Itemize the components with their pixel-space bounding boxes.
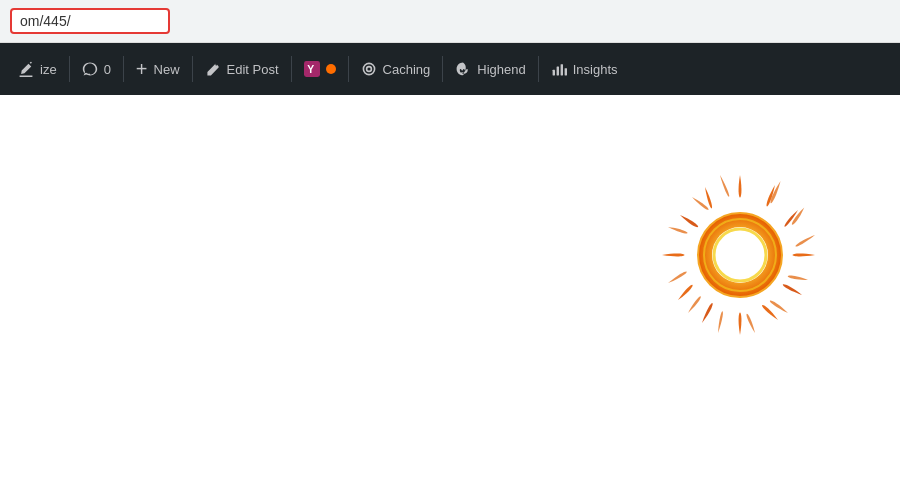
admin-bar-item-caching[interactable]: Caching [351,43,441,95]
url-text: om/445/ [20,13,71,29]
separator-2 [123,56,124,82]
palette-icon [455,61,471,77]
sun-logo [640,155,840,355]
admin-bar-item-yoast[interactable]: Y [294,43,346,95]
svg-rect-2 [552,70,554,76]
admin-bar-item-comments[interactable]: 0 [72,43,121,95]
comment-count: 0 [104,62,111,77]
highend-label: Highend [477,62,525,77]
separator-6 [442,56,443,82]
comment-icon [82,61,98,77]
caching-label: Caching [383,62,431,77]
pencil-icon [205,61,221,77]
customize-label: ize [40,62,57,77]
brush-icon [18,61,34,77]
svg-rect-5 [564,68,566,75]
address-bar[interactable]: om/445/ [10,8,170,34]
new-label: New [154,62,180,77]
svg-point-8 [712,227,768,283]
plus-icon: + [136,59,148,79]
admin-bar-item-customize[interactable]: ize [8,43,67,95]
edit-post-label: Edit Post [227,62,279,77]
svg-rect-3 [556,67,558,76]
separator-5 [348,56,349,82]
main-content [0,95,900,500]
admin-bar-item-highend[interactable]: Highend [445,43,535,95]
admin-bar-item-insights[interactable]: Insights [541,43,628,95]
yoast-status-dot [326,64,336,74]
insights-label: Insights [573,62,618,77]
separator-7 [538,56,539,82]
yoast-icon: Y [304,61,320,77]
svg-text:Y: Y [307,64,314,75]
caching-icon [361,61,377,77]
chart-icon [551,61,567,77]
address-bar-area: om/445/ [0,0,900,43]
admin-bar-item-new[interactable]: + New [126,43,190,95]
wp-admin-bar: ize 0 + New Edit Post Y [0,43,900,95]
svg-rect-4 [560,64,562,75]
separator-1 [69,56,70,82]
admin-bar-item-edit-post[interactable]: Edit Post [195,43,289,95]
separator-3 [192,56,193,82]
separator-4 [291,56,292,82]
